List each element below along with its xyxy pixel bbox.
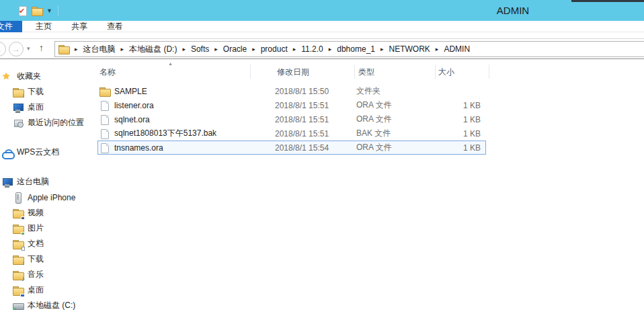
sidebar-item[interactable]: 本地磁盘 (C:)	[0, 298, 89, 313]
back-icon: ←	[0, 44, 3, 54]
table-row[interactable]: listener.ora2018/8/1 15:51ORA 文件1 KB	[97, 98, 486, 112]
column-separator[interactable]	[489, 65, 489, 79]
window-title: ADMIN	[497, 0, 529, 21]
file-date-modified: 2018/8/1 15:51	[275, 115, 356, 124]
column-header-size[interactable]: 大小	[438, 67, 454, 78]
sidebar-item[interactable]: 文档	[0, 236, 89, 251]
breadcrumb-item[interactable]: ADMIN	[444, 44, 470, 54]
file-size: 1 KB	[430, 101, 482, 110]
sidebar-item[interactable]: 视频	[0, 205, 89, 221]
properties-icon[interactable]	[15, 3, 30, 18]
breadcrumb-item[interactable]: Oracle	[223, 44, 247, 54]
column-header-name[interactable]: 名称	[99, 67, 116, 78]
navigation-pane: 收藏夹↓下载桌面最近访问的位置WPS云文档这台电脑Apple iPhone视频图…	[0, 59, 89, 315]
table-row[interactable]: SAMPLE2018/8/1 15:50文件夹	[97, 84, 486, 98]
column-header-type[interactable]: 类型	[358, 67, 374, 78]
customize-dropdown-icon[interactable]: ▼	[46, 7, 52, 14]
star-icon	[2, 71, 13, 82]
breadcrumb-separator-icon[interactable]: ▸	[214, 46, 218, 52]
table-row[interactable]: sqlnet1808013下午5137.bak2018/8/1 15:51BAK…	[97, 126, 486, 141]
sidebar-item-label: 收藏夹	[17, 71, 41, 82]
tab-home[interactable]: 主页	[30, 21, 58, 32]
file-type: 文件夹	[356, 85, 430, 97]
forward-icon: →	[12, 44, 20, 54]
breadcrumb-separator-icon[interactable]: ▸	[436, 46, 439, 52]
sidebar-item[interactable]: 最近访问的位置	[0, 115, 89, 130]
breadcrumb-item[interactable]: NETWORK	[389, 44, 430, 54]
file-type: ORA 文件	[356, 114, 430, 125]
recent-places-icon	[13, 118, 24, 128]
breadcrumb-separator-icon[interactable]: ▸	[380, 46, 384, 52]
explorer-window: ▼ ADMIN 文件 主页 共享 查看 ← → ▾ ↑ ▸这台电脑▸本地磁盘 (…	[0, 0, 644, 316]
file-size: 1 KB	[430, 143, 482, 153]
sidebar-item-label: Apple iPhone	[28, 193, 75, 202]
main-area: 收藏夹↓下载桌面最近访问的位置WPS云文档这台电脑Apple iPhone视频图…	[0, 59, 644, 315]
sidebar-item[interactable]: 收藏夹	[0, 69, 89, 84]
breadcrumb-item[interactable]: dbhome_1	[337, 44, 375, 54]
breadcrumb-item[interactable]: 11.2.0	[301, 44, 323, 54]
sidebar-item[interactable]: ↓下载	[0, 84, 89, 100]
sort-ascending-icon: ▲	[168, 61, 173, 66]
tab-view[interactable]: 查看	[101, 21, 129, 32]
folder-document-icon	[13, 239, 24, 249]
file-type: BAK 文件	[356, 128, 430, 139]
new-folder-icon[interactable]	[30, 3, 44, 18]
back-button[interactable]: ←	[0, 42, 6, 56]
sidebar-item[interactable]: WPS云文档	[0, 145, 89, 160]
column-header-date[interactable]: 修改日期	[277, 67, 309, 78]
desktop-icon	[13, 102, 24, 113]
forward-button[interactable]: →	[9, 42, 24, 56]
column-separator[interactable]	[435, 65, 436, 79]
sidebar-item-label: 下载	[28, 253, 44, 265]
sidebar-item-label: 这台电脑	[17, 176, 49, 188]
breadcrumb-item[interactable]: 这台电脑	[83, 44, 116, 55]
folder-music-icon: ♪	[13, 270, 24, 280]
breadcrumb-separator-icon[interactable]: ▸	[329, 46, 332, 52]
title-bar: ▼ ADMIN	[0, 0, 644, 21]
breadcrumb-separator-icon[interactable]: ▸	[75, 46, 78, 52]
sidebar-item[interactable]: 桌面	[0, 282, 89, 298]
tab-share[interactable]: 共享	[65, 21, 93, 32]
file-icon	[99, 143, 110, 153]
sidebar-item-label: 图片	[28, 223, 44, 234]
tab-file[interactable]: 文件	[0, 21, 22, 32]
breadcrumb-separator-icon[interactable]: ▸	[121, 46, 124, 52]
table-row[interactable]: sqlnet.ora2018/8/1 15:51ORA 文件1 KB	[97, 112, 486, 126]
file-name: listener.ora	[114, 101, 275, 110]
sidebar-item-label: 桌面	[28, 102, 44, 113]
up-button[interactable]: ↑	[39, 42, 44, 53]
column-separator[interactable]	[354, 65, 355, 79]
breadcrumb-item[interactable]: Softs	[191, 44, 209, 54]
breadcrumb-separator-icon[interactable]: ▸	[252, 46, 255, 52]
sidebar-item[interactable]: 桌面	[0, 100, 89, 115]
folder-video-icon	[13, 208, 24, 219]
file-type: ORA 文件	[356, 142, 430, 153]
column-header-row: ▲ 名称 修改日期 类型 大小	[89, 63, 644, 81]
folder-download-icon: ↓	[13, 87, 24, 97]
sidebar-item[interactable]: 这台电脑	[0, 174, 89, 190]
file-icon	[99, 100, 110, 111]
sidebar-item-label: 最近访问的位置	[28, 117, 84, 128]
breadcrumb-separator-icon[interactable]: ▸	[293, 46, 296, 52]
sidebar-item[interactable]: Apple iPhone	[0, 190, 89, 205]
table-row[interactable]: tnsnames.ora2018/8/1 15:54ORA 文件1 KB	[97, 141, 486, 155]
sidebar-item-label: 下载	[28, 86, 44, 97]
breadcrumb-item[interactable]: product	[261, 44, 288, 54]
ribbon-collapsed-area	[0, 32, 644, 38]
file-size: 1 KB	[430, 115, 482, 124]
breadcrumb-separator-icon[interactable]: ▸	[182, 46, 186, 52]
breadcrumb-item[interactable]: 本地磁盘 (D:)	[129, 44, 177, 55]
folder-desktop-icon	[13, 285, 24, 296]
file-size: 1 KB	[430, 129, 482, 139]
file-name: tnsnames.ora	[114, 143, 275, 153]
sidebar-item[interactable]: ♪音乐	[0, 267, 89, 282]
sidebar-item[interactable]: ↓下载	[0, 251, 89, 267]
sidebar-item[interactable]: 图片	[0, 221, 89, 236]
column-separator[interactable]	[250, 65, 251, 79]
file-date-modified: 2018/8/1 15:50	[275, 87, 356, 96]
history-dropdown-icon[interactable]: ▾	[27, 45, 30, 52]
address-bar[interactable]: ▸这台电脑▸本地磁盘 (D:)▸Softs▸Oracle▸product▸11.…	[54, 41, 644, 57]
sidebar-item-label: 桌面	[28, 284, 44, 296]
phone-icon	[13, 192, 24, 203]
ribbon-tab-bar: 文件 主页 共享 查看	[0, 21, 644, 32]
